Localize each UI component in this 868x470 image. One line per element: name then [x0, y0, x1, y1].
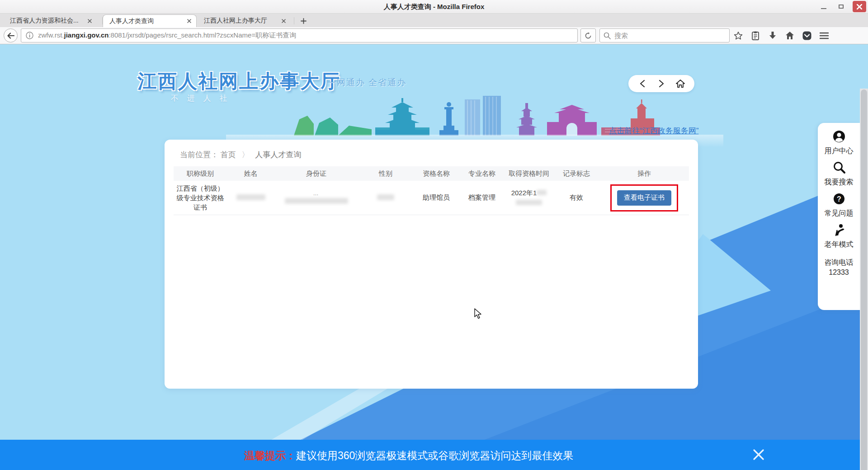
tab-label: 江西省人力资源和社会...	[10, 17, 82, 25]
sidebar-item-elderly-mode[interactable]: 老年模式	[825, 223, 854, 249]
minimize-icon	[821, 8, 826, 9]
page-forward-button[interactable]	[655, 77, 668, 90]
user-icon	[832, 129, 846, 144]
home-icon	[785, 31, 794, 40]
chevron-left-icon	[639, 80, 646, 88]
back-button[interactable]	[4, 28, 18, 42]
column-header-id-card: 身份证	[274, 169, 358, 178]
banner-close-button[interactable]	[751, 447, 766, 462]
redaction-blur	[516, 200, 542, 205]
search-box[interactable]	[599, 28, 730, 42]
downloads-button[interactable]	[767, 30, 778, 42]
plus-icon	[301, 18, 307, 24]
results-table: 职称级别 姓名 身份证 性别 资格名称 专业名称 取得资格时间 记录标志 操作 …	[174, 166, 689, 215]
search-input[interactable]	[614, 32, 726, 39]
redaction-blur	[537, 190, 547, 195]
bookmark-star-button[interactable]	[732, 30, 744, 42]
close-button[interactable]	[853, 1, 866, 12]
page-nav-pill	[628, 75, 694, 92]
breadcrumb: 当前位置： 首页 〉 人事人才查询	[165, 140, 698, 166]
city-skyline-illustration	[294, 96, 660, 136]
info-icon[interactable]	[26, 32, 33, 39]
tab-jiangxi-hr-dept[interactable]: 江西省人力资源和社会...	[4, 14, 102, 27]
url-bar[interactable]: zwfw.rst.jiangxi.gov.cn:8081/jxrsdt/page…	[21, 28, 578, 42]
library-button[interactable]	[750, 30, 761, 42]
download-icon	[769, 31, 777, 40]
cell-record-flag: 有效	[553, 193, 599, 202]
toolbar-icons	[732, 28, 830, 42]
page-home-button[interactable]	[674, 77, 687, 90]
table-header-row: 职称级别 姓名 身份证 性别 资格名称 专业名称 取得资格时间 记录标志 操作	[174, 166, 689, 181]
sidebar-item-faq[interactable]: ? 常见问题	[825, 192, 854, 218]
content-card: 当前位置： 首页 〉 人事人才查询 职称级别 姓名 身份证 性别 资格名称 专业…	[165, 140, 698, 389]
question-icon: ?	[832, 192, 846, 206]
cell-major: 档案管理	[459, 193, 505, 202]
sidebar-item-label: 用户中心	[825, 146, 854, 156]
new-tab-button[interactable]	[297, 16, 309, 25]
tip-banner: 温馨提示：建议使用360浏览器极速模式或谷歌浏览器访问达到最佳效果	[0, 440, 868, 470]
redaction-blur	[377, 194, 394, 200]
search-icon	[604, 32, 611, 39]
page-scrollbar[interactable]	[860, 89, 868, 470]
reload-button[interactable]	[580, 28, 596, 42]
url-text: zwfw.rst.jiangxi.gov.cn:8081/jxrsdt/page…	[38, 31, 296, 40]
home-outline-icon	[675, 79, 685, 88]
column-header-record-flag: 记录标志	[553, 169, 599, 178]
window-titlebar: 人事人才类查询 - Mozilla Firefox	[0, 0, 868, 14]
highlight-red-box: 查看电子证书	[610, 184, 678, 212]
view-certificate-button[interactable]: 查看电子证书	[617, 190, 671, 206]
sidebar-item-label: 我要搜索	[825, 178, 854, 187]
column-header-title-level: 职称级别	[174, 169, 227, 178]
home-button[interactable]	[784, 30, 796, 42]
sidebar-item-search[interactable]: 我要搜索	[825, 160, 854, 187]
firefox-window: 人事人才类查询 - Mozilla Firefox 江西省人力资源和社会... …	[0, 0, 868, 470]
tab-close-icon[interactable]	[187, 19, 191, 23]
consult-phone-number: 12333	[825, 268, 854, 277]
side-panel: 用户中心 我要搜索 ? 常见问题 老年模式 咨询电话	[818, 123, 860, 310]
breadcrumb-home-link[interactable]: 首页	[221, 150, 236, 159]
maximize-icon	[839, 5, 844, 9]
site-subtitle: 一网通办 全省通办	[327, 77, 406, 89]
library-icon	[751, 31, 760, 40]
maximize-button[interactable]	[835, 1, 846, 12]
window-title: 人事人才类查询 - Mozilla Firefox	[0, 3, 868, 11]
cell-gender-redacted	[358, 194, 413, 202]
cell-name-redacted	[227, 194, 274, 202]
elderly-person-icon	[832, 223, 846, 237]
nav-toolbar: zwfw.rst.jiangxi.gov.cn:8081/jxrsdt/page…	[0, 27, 868, 44]
page-back-button[interactable]	[636, 77, 649, 90]
column-header-qualification: 资格名称	[413, 169, 459, 178]
minimize-button[interactable]	[818, 1, 829, 12]
obtain-time-line2	[505, 199, 553, 207]
close-icon	[857, 4, 862, 9]
url-domain: jiangxi.gov.cn	[64, 31, 109, 39]
cell-qualification: 助理馆员	[413, 193, 459, 202]
tab-service-hall[interactable]: 江西人社网上办事大厅	[198, 14, 293, 27]
url-suffix: :8081/jxrsdt/pages/rsrc_search.html?zscx…	[108, 31, 296, 39]
tab-separator	[294, 17, 294, 24]
column-header-name: 姓名	[227, 169, 274, 178]
tab-label: 人事人才类查询	[109, 17, 182, 25]
tab-close-icon[interactable]	[88, 19, 92, 23]
site-slogan: 不 进 人 社	[171, 93, 230, 103]
pocket-icon	[802, 31, 811, 40]
column-header-action: 操作	[599, 169, 689, 178]
menu-button[interactable]	[818, 30, 830, 42]
pocket-button[interactable]	[801, 30, 813, 42]
site-title: 江西人社网上办事大厅	[137, 69, 341, 94]
tip-message: 建议使用360浏览器极速模式或谷歌浏览器访问达到最佳效果	[296, 450, 573, 461]
gov-service-link[interactable]: 点击前往“江西政务服务网”	[609, 126, 698, 136]
tip-banner-text: 温馨提示：建议使用360浏览器极速模式或谷歌浏览器访问达到最佳效果	[244, 449, 573, 463]
sidebar-item-label: 老年模式	[825, 240, 854, 249]
cell-title-level: 江西省（初级）级专业技术资格证书	[174, 183, 227, 212]
breadcrumb-current: 人事人才查询	[255, 150, 301, 159]
scrollbar-thumb[interactable]	[861, 89, 867, 470]
tab-personnel-query[interactable]: 人事人才类查询	[103, 14, 197, 27]
table-row: 江西省（初级）级专业技术资格证书 … 助理馆员 档案管理 2022年1 有效 查…	[174, 181, 689, 215]
cell-id-card-redacted: …	[274, 190, 358, 205]
sidebar-item-user-center[interactable]: 用户中心	[825, 129, 854, 156]
consult-phone-label: 咨询电话	[825, 258, 854, 268]
cell-obtain-time: 2022年1	[505, 189, 553, 207]
obtain-time-visible: 2022年1	[511, 189, 537, 197]
tab-close-icon[interactable]	[282, 19, 286, 23]
